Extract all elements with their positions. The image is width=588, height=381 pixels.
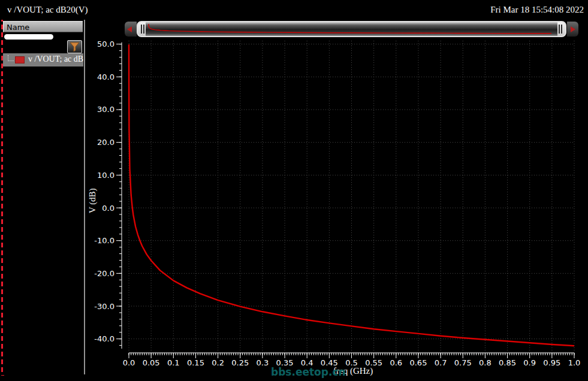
watermark: bbs.eetop.cn	[271, 366, 346, 378]
svg-text:0.95: 0.95	[543, 358, 560, 367]
y-axis	[116, 43, 122, 349]
svg-text:0.65: 0.65	[409, 358, 427, 367]
svg-text:20.0: 20.0	[97, 138, 114, 147]
svg-text:0.3: 0.3	[257, 358, 269, 367]
svg-text:0.0: 0.0	[102, 204, 114, 213]
svg-text:-40.0: -40.0	[94, 334, 114, 343]
grid	[129, 41, 574, 350]
svg-text:0.2: 0.2	[212, 358, 224, 367]
svg-text:0.6: 0.6	[390, 358, 402, 367]
svg-text:0.85: 0.85	[499, 358, 516, 367]
svg-text:0.8: 0.8	[479, 358, 491, 367]
svg-text:0.9: 0.9	[523, 358, 536, 367]
x-axis	[129, 353, 574, 358]
svg-text:40.0: 40.0	[97, 72, 114, 81]
svg-text:-20.0: -20.0	[94, 269, 114, 278]
svg-text:1.0: 1.0	[568, 358, 581, 367]
svg-text:10.0: 10.0	[97, 171, 114, 180]
svg-text:-30.0: -30.0	[94, 302, 114, 311]
svg-text:50.0: 50.0	[97, 40, 114, 49]
svg-text:0.15: 0.15	[187, 358, 204, 367]
svg-text:0.05: 0.05	[143, 358, 160, 367]
svg-text:0.7: 0.7	[435, 358, 447, 367]
svg-text:0.0: 0.0	[123, 358, 135, 367]
svg-text:30.0: 30.0	[97, 105, 114, 114]
svg-text:-10.0: -10.0	[94, 236, 114, 245]
svg-text:0.1: 0.1	[167, 358, 180, 367]
trace-v /VOUT; ac dB20(V)	[129, 44, 574, 346]
svg-text:0.25: 0.25	[231, 358, 249, 367]
svg-text:0.75: 0.75	[454, 358, 472, 367]
y-axis-title: V (dB)	[88, 188, 98, 213]
